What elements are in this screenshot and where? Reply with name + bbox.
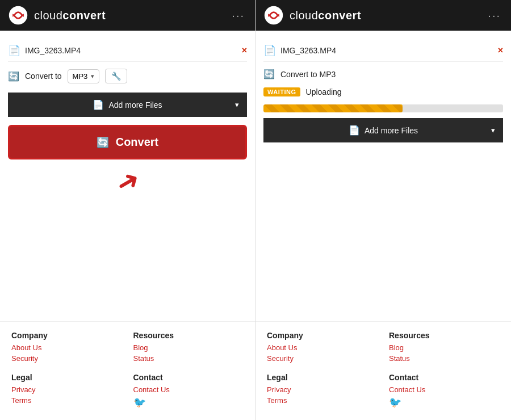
right-logo-text: cloudconvert: [290, 9, 480, 22]
panels-container: cloudconvert ··· 📄 IMG_3263.MP4 × 🔄 Conv…: [0, 0, 511, 420]
left-arrow-container: ➜: [8, 159, 247, 203]
left-legal-title: Legal: [11, 373, 122, 382]
right-add-files-bar[interactable]: 📄 Add more Files ▾: [263, 118, 503, 142]
logo-icon: [8, 5, 28, 26]
left-resources-title: Resources: [133, 331, 244, 340]
left-terms-link[interactable]: Terms: [11, 396, 122, 405]
left-arrow-icon: ➜: [110, 162, 145, 200]
left-panel: cloudconvert ··· 📄 IMG_3263.MP4 × 🔄 Conv…: [0, 0, 256, 420]
left-convert-icon: 🔄: [8, 71, 19, 82]
right-terms-link[interactable]: Terms: [267, 396, 378, 405]
right-contact-title: Contact: [389, 373, 500, 382]
right-convert-icon: 🔄: [263, 69, 275, 79]
right-progress-bar: [263, 104, 403, 112]
right-panel: cloudconvert ··· 📄 IMG_3263.MP4 × 🔄 Conv…: [256, 0, 511, 420]
left-format-select[interactable]: MP3 ▾: [68, 69, 100, 83]
right-contact-us-link[interactable]: Contact Us: [389, 385, 500, 394]
right-blog-link[interactable]: Blog: [389, 343, 500, 352]
left-file-row: 📄 IMG_3263.MP4 ×: [8, 40, 247, 62]
left-content: 📄 IMG_3263.MP4 × 🔄 Convert to MP3 ▾ 🔧 📄 …: [0, 31, 255, 319]
left-footer-company: Company About Us Security: [11, 331, 122, 365]
left-convert-row: 🔄 Convert to MP3 ▾ 🔧: [8, 62, 247, 87]
right-add-files-chevron: ▾: [491, 126, 495, 135]
svg-point-0: [9, 6, 27, 24]
right-progress-container: [263, 104, 503, 112]
left-convert-label: Convert to: [25, 72, 62, 81]
right-twitter-icon[interactable]: 🐦: [389, 397, 401, 408]
left-add-files-chevron: ▾: [235, 100, 239, 109]
right-footer-resources: Resources Blog Status: [389, 331, 500, 365]
left-convert-btn-icon: 🔄: [97, 136, 109, 149]
right-footer-legal: Legal Privacy Terms: [267, 373, 378, 409]
left-company-title: Company: [11, 331, 122, 340]
right-header: cloudconvert ···: [256, 0, 511, 31]
right-privacy-link[interactable]: Privacy: [267, 385, 378, 394]
right-dots-menu[interactable]: ···: [485, 7, 503, 24]
right-about-us-link[interactable]: About Us: [267, 343, 378, 352]
right-footer-company: Company About Us Security: [267, 331, 378, 365]
right-convert-row: 🔄 Convert to MP3: [263, 62, 503, 83]
right-status-link[interactable]: Status: [389, 354, 500, 363]
right-footer-grid: Company About Us Security Resources Blog…: [267, 331, 500, 409]
left-status-link[interactable]: Status: [133, 354, 244, 363]
right-footer: Company About Us Security Resources Blog…: [256, 321, 511, 420]
left-convert-btn-label: Convert: [116, 136, 159, 149]
right-waiting-badge: WAITING: [263, 87, 300, 96]
left-footer: Company About Us Security Resources Blog…: [0, 321, 255, 420]
left-add-files-label: Add more Files: [108, 100, 162, 110]
left-footer-resources: Resources Blog Status: [133, 331, 244, 365]
left-footer-grid: Company About Us Security Resources Blog…: [11, 331, 244, 409]
left-close-button[interactable]: ×: [242, 45, 247, 56]
right-close-button[interactable]: ×: [498, 45, 503, 56]
left-about-us-link[interactable]: About Us: [11, 343, 122, 352]
right-file-icon: 📄: [263, 44, 276, 57]
left-privacy-link[interactable]: Privacy: [11, 385, 122, 394]
right-file-row: 📄 IMG_3263.MP4 ×: [263, 40, 503, 62]
left-security-link[interactable]: Security: [11, 354, 122, 363]
left-twitter-icon[interactable]: 🐦: [133, 397, 146, 408]
right-logo-icon: [263, 5, 284, 26]
left-file-name: IMG_3263.MP4: [25, 46, 237, 55]
left-format-chevron: ▾: [91, 73, 94, 80]
svg-point-3: [265, 6, 283, 24]
left-dots-menu[interactable]: ···: [229, 7, 247, 24]
right-add-files-label: Add more Files: [365, 126, 418, 135]
left-contact-us-link[interactable]: Contact Us: [133, 385, 244, 394]
left-header: cloudconvert ···: [0, 0, 255, 31]
right-content: 📄 IMG_3263.MP4 × 🔄 Convert to MP3 WAITIN…: [256, 31, 511, 319]
left-logo-text: cloudconvert: [34, 9, 224, 22]
right-legal-title: Legal: [267, 373, 378, 382]
right-convert-to-text: Convert to MP3: [280, 70, 336, 79]
left-file-icon: 📄: [8, 44, 20, 57]
right-add-files-icon: 📄: [349, 125, 360, 136]
left-format-value: MP3: [73, 72, 88, 81]
right-security-link[interactable]: Security: [267, 354, 378, 363]
right-status-row: WAITING Uploading: [263, 83, 503, 101]
right-file-name: IMG_3263.MP4: [280, 46, 493, 55]
right-uploading-text: Uploading: [306, 87, 342, 96]
left-add-files-icon: 📄: [93, 99, 104, 110]
left-settings-button[interactable]: 🔧: [105, 69, 127, 83]
left-footer-contact: Contact Contact Us 🐦: [133, 373, 244, 409]
right-footer-contact: Contact Contact Us 🐦: [389, 373, 500, 409]
left-blog-link[interactable]: Blog: [133, 343, 244, 352]
left-footer-legal: Legal Privacy Terms: [11, 373, 122, 409]
right-company-title: Company: [267, 331, 378, 340]
right-resources-title: Resources: [389, 331, 500, 340]
left-add-files-bar[interactable]: 📄 Add more Files ▾: [8, 93, 247, 117]
left-convert-button[interactable]: 🔄 Convert: [8, 125, 247, 159]
left-contact-title: Contact: [133, 373, 244, 382]
